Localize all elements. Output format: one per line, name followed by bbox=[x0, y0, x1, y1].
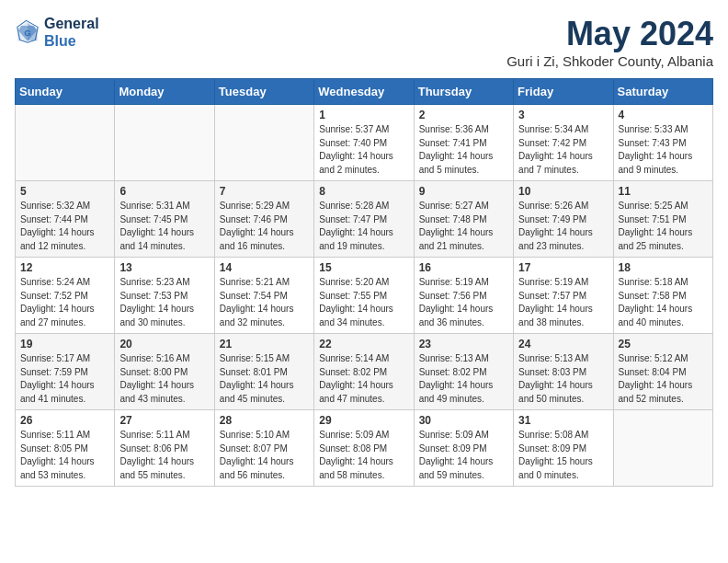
page-header: G General Blue May 2024 Guri i Zi, Shkod… bbox=[15, 15, 713, 69]
day-info: Sunrise: 5:36 AM Sunset: 7:41 PM Dayligh… bbox=[419, 123, 508, 177]
calendar-cell: 3Sunrise: 5:34 AM Sunset: 7:42 PM Daylig… bbox=[514, 105, 613, 181]
day-info: Sunrise: 5:09 AM Sunset: 8:08 PM Dayligh… bbox=[319, 429, 408, 482]
calendar-cell bbox=[115, 105, 214, 181]
week-row-2: 5Sunrise: 5:32 AM Sunset: 7:44 PM Daylig… bbox=[16, 181, 713, 258]
calendar-cell: 24Sunrise: 5:13 AM Sunset: 8:03 PM Dayli… bbox=[514, 334, 613, 410]
calendar-cell: 25Sunrise: 5:12 AM Sunset: 8:04 PM Dayli… bbox=[613, 334, 712, 410]
day-number: 26 bbox=[20, 414, 109, 427]
calendar-cell: 7Sunrise: 5:29 AM Sunset: 7:46 PM Daylig… bbox=[214, 181, 313, 258]
day-info: Sunrise: 5:09 AM Sunset: 8:09 PM Dayligh… bbox=[419, 429, 508, 482]
day-number: 25 bbox=[619, 338, 708, 350]
day-number: 9 bbox=[419, 185, 508, 198]
weekday-header-wednesday: Wednesday bbox=[314, 79, 414, 105]
day-info: Sunrise: 5:11 AM Sunset: 8:05 PM Dayligh… bbox=[20, 429, 109, 482]
day-number: 28 bbox=[220, 414, 309, 427]
calendar-cell: 23Sunrise: 5:13 AM Sunset: 8:02 PM Dayli… bbox=[414, 334, 513, 410]
logo: G General Blue bbox=[15, 15, 99, 50]
day-number: 15 bbox=[319, 261, 408, 274]
calendar-cell: 13Sunrise: 5:23 AM Sunset: 7:53 PM Dayli… bbox=[115, 258, 214, 334]
week-row-4: 19Sunrise: 5:17 AM Sunset: 7:59 PM Dayli… bbox=[16, 334, 713, 410]
day-info: Sunrise: 5:23 AM Sunset: 7:53 PM Dayligh… bbox=[119, 276, 209, 329]
day-number: 2 bbox=[419, 109, 508, 121]
day-info: Sunrise: 5:32 AM Sunset: 7:44 PM Dayligh… bbox=[20, 200, 109, 253]
day-number: 1 bbox=[319, 109, 408, 121]
day-info: Sunrise: 5:31 AM Sunset: 7:45 PM Dayligh… bbox=[119, 200, 209, 253]
day-info: Sunrise: 5:13 AM Sunset: 8:02 PM Dayligh… bbox=[419, 352, 508, 406]
logo-text: General Blue bbox=[44, 15, 99, 50]
calendar-cell: 12Sunrise: 5:24 AM Sunset: 7:52 PM Dayli… bbox=[16, 258, 115, 334]
day-number: 16 bbox=[419, 261, 508, 274]
calendar-cell: 14Sunrise: 5:21 AM Sunset: 7:54 PM Dayli… bbox=[214, 258, 313, 334]
day-number: 6 bbox=[119, 185, 209, 198]
day-info: Sunrise: 5:29 AM Sunset: 7:46 PM Dayligh… bbox=[220, 200, 309, 253]
day-number: 10 bbox=[518, 185, 608, 198]
day-number: 3 bbox=[518, 109, 608, 121]
day-number: 19 bbox=[20, 338, 109, 350]
calendar-cell: 20Sunrise: 5:16 AM Sunset: 8:00 PM Dayli… bbox=[115, 334, 214, 410]
month-title: May 2024 bbox=[506, 15, 713, 53]
weekday-header-sunday: Sunday bbox=[16, 79, 115, 105]
calendar-cell: 17Sunrise: 5:19 AM Sunset: 7:57 PM Dayli… bbox=[514, 258, 613, 334]
calendar-cell: 22Sunrise: 5:14 AM Sunset: 8:02 PM Dayli… bbox=[314, 334, 414, 410]
day-number: 30 bbox=[419, 414, 508, 427]
day-info: Sunrise: 5:24 AM Sunset: 7:52 PM Dayligh… bbox=[20, 276, 109, 329]
day-info: Sunrise: 5:34 AM Sunset: 7:42 PM Dayligh… bbox=[518, 123, 608, 177]
day-number: 24 bbox=[518, 338, 608, 350]
day-info: Sunrise: 5:28 AM Sunset: 7:47 PM Dayligh… bbox=[319, 200, 408, 253]
weekday-header-thursday: Thursday bbox=[414, 79, 513, 105]
weekday-header-saturday: Saturday bbox=[613, 79, 712, 105]
day-info: Sunrise: 5:17 AM Sunset: 7:59 PM Dayligh… bbox=[20, 352, 109, 406]
calendar-cell: 28Sunrise: 5:10 AM Sunset: 8:07 PM Dayli… bbox=[214, 410, 313, 487]
day-info: Sunrise: 5:25 AM Sunset: 7:51 PM Dayligh… bbox=[619, 200, 708, 253]
day-number: 4 bbox=[619, 109, 708, 121]
logo-icon: G bbox=[15, 19, 40, 45]
day-number: 20 bbox=[119, 338, 209, 350]
day-info: Sunrise: 5:21 AM Sunset: 7:54 PM Dayligh… bbox=[220, 276, 309, 329]
calendar-cell: 30Sunrise: 5:09 AM Sunset: 8:09 PM Dayli… bbox=[414, 410, 513, 487]
calendar-cell: 16Sunrise: 5:19 AM Sunset: 7:56 PM Dayli… bbox=[414, 258, 513, 334]
day-info: Sunrise: 5:11 AM Sunset: 8:06 PM Dayligh… bbox=[119, 429, 209, 482]
calendar-cell: 21Sunrise: 5:15 AM Sunset: 8:01 PM Dayli… bbox=[214, 334, 313, 410]
calendar-cell: 18Sunrise: 5:18 AM Sunset: 7:58 PM Dayli… bbox=[613, 258, 712, 334]
day-number: 22 bbox=[319, 338, 408, 350]
day-info: Sunrise: 5:19 AM Sunset: 7:56 PM Dayligh… bbox=[419, 276, 508, 329]
day-info: Sunrise: 5:37 AM Sunset: 7:40 PM Dayligh… bbox=[319, 123, 408, 177]
weekday-header-row: SundayMondayTuesdayWednesdayThursdayFrid… bbox=[16, 79, 713, 105]
day-info: Sunrise: 5:13 AM Sunset: 8:03 PM Dayligh… bbox=[518, 352, 608, 406]
calendar-cell: 2Sunrise: 5:36 AM Sunset: 7:41 PM Daylig… bbox=[414, 105, 513, 181]
week-row-3: 12Sunrise: 5:24 AM Sunset: 7:52 PM Dayli… bbox=[16, 258, 713, 334]
day-info: Sunrise: 5:08 AM Sunset: 8:09 PM Dayligh… bbox=[518, 429, 608, 482]
day-number: 14 bbox=[220, 261, 309, 274]
calendar-cell: 15Sunrise: 5:20 AM Sunset: 7:55 PM Dayli… bbox=[314, 258, 414, 334]
day-number: 8 bbox=[319, 185, 408, 198]
weekday-header-friday: Friday bbox=[514, 79, 613, 105]
day-info: Sunrise: 5:18 AM Sunset: 7:58 PM Dayligh… bbox=[619, 276, 708, 329]
weekday-header-tuesday: Tuesday bbox=[214, 79, 313, 105]
calendar-cell: 10Sunrise: 5:26 AM Sunset: 7:49 PM Dayli… bbox=[514, 181, 613, 258]
day-number: 18 bbox=[619, 261, 708, 274]
day-number: 29 bbox=[319, 414, 408, 427]
calendar-cell: 1Sunrise: 5:37 AM Sunset: 7:40 PM Daylig… bbox=[314, 105, 414, 181]
day-number: 17 bbox=[518, 261, 608, 274]
calendar-cell: 6Sunrise: 5:31 AM Sunset: 7:45 PM Daylig… bbox=[115, 181, 214, 258]
day-number: 7 bbox=[220, 185, 309, 198]
day-info: Sunrise: 5:19 AM Sunset: 7:57 PM Dayligh… bbox=[518, 276, 608, 329]
calendar-cell: 29Sunrise: 5:09 AM Sunset: 8:08 PM Dayli… bbox=[314, 410, 414, 487]
day-info: Sunrise: 5:16 AM Sunset: 8:00 PM Dayligh… bbox=[119, 352, 209, 406]
week-row-1: 1Sunrise: 5:37 AM Sunset: 7:40 PM Daylig… bbox=[16, 105, 713, 181]
day-number: 27 bbox=[119, 414, 209, 427]
title-block: May 2024 Guri i Zi, Shkoder County, Alba… bbox=[506, 15, 713, 69]
calendar-cell bbox=[613, 410, 712, 487]
calendar-cell: 26Sunrise: 5:11 AM Sunset: 8:05 PM Dayli… bbox=[16, 410, 115, 487]
calendar-cell: 19Sunrise: 5:17 AM Sunset: 7:59 PM Dayli… bbox=[16, 334, 115, 410]
calendar-cell: 5Sunrise: 5:32 AM Sunset: 7:44 PM Daylig… bbox=[16, 181, 115, 258]
calendar-cell: 8Sunrise: 5:28 AM Sunset: 7:47 PM Daylig… bbox=[314, 181, 414, 258]
calendar-cell: 11Sunrise: 5:25 AM Sunset: 7:51 PM Dayli… bbox=[613, 181, 712, 258]
calendar-cell bbox=[16, 105, 115, 181]
day-info: Sunrise: 5:12 AM Sunset: 8:04 PM Dayligh… bbox=[619, 352, 708, 406]
calendar-cell: 9Sunrise: 5:27 AM Sunset: 7:48 PM Daylig… bbox=[414, 181, 513, 258]
day-number: 21 bbox=[220, 338, 309, 350]
calendar-cell: 31Sunrise: 5:08 AM Sunset: 8:09 PM Dayli… bbox=[514, 410, 613, 487]
day-info: Sunrise: 5:20 AM Sunset: 7:55 PM Dayligh… bbox=[319, 276, 408, 329]
calendar: SundayMondayTuesdayWednesdayThursdayFrid… bbox=[15, 78, 713, 487]
